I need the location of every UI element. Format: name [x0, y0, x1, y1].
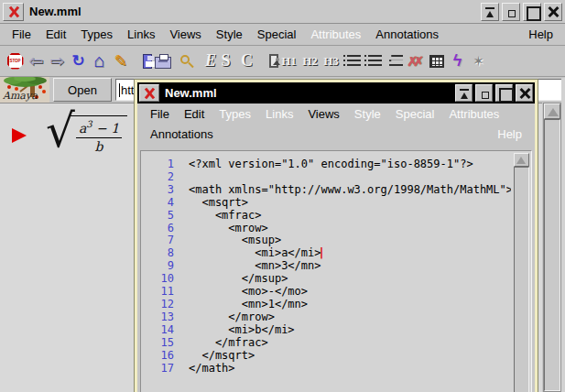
- menu-item[interactable]: Types: [73, 25, 120, 44]
- scroll-track[interactable]: [514, 167, 529, 392]
- iconify-button[interactable]: [502, 3, 520, 21]
- menu-item[interactable]: Style: [209, 25, 250, 44]
- menu-item-annotations[interactable]: Annotations: [143, 125, 221, 144]
- home-icon[interactable]: ⌂: [89, 49, 110, 74]
- pencil-icon[interactable]: ✎: [110, 49, 131, 74]
- line-number: 3: [141, 184, 174, 197]
- h1-icon[interactable]: H1: [278, 49, 299, 74]
- bullet-list-icon[interactable]: [342, 49, 363, 74]
- red-x-icon: [142, 87, 157, 100]
- shade-button[interactable]: [455, 84, 473, 102]
- menu-item[interactable]: Types: [212, 104, 258, 124]
- code-line[interactable]: 12 <mn>1</mn>: [141, 299, 511, 311]
- strong-icon[interactable]: S: [215, 49, 236, 74]
- code-line[interactable]: 15 </mfrac>: [141, 337, 511, 350]
- menu-item[interactable]: Special: [388, 104, 442, 124]
- menu-item-help[interactable]: Help: [490, 125, 529, 144]
- open-button[interactable]: Open: [53, 78, 112, 102]
- text-caret-icon: |: [319, 247, 325, 260]
- menu-item-help[interactable]: Help: [521, 25, 560, 44]
- back-icon[interactable]: ⇦: [26, 49, 47, 74]
- forward-icon[interactable]: ⇨: [47, 49, 68, 74]
- h2-icon[interactable]: H2: [299, 49, 321, 74]
- code-line[interactable]: 6 <mrow>: [141, 223, 511, 235]
- code-text: <mrow>: [189, 223, 268, 235]
- close-button[interactable]: [544, 3, 562, 21]
- numerator: a3 − 1: [76, 119, 122, 138]
- menu-item[interactable]: File: [143, 104, 177, 124]
- source-scrollbar[interactable]: [514, 153, 529, 392]
- image-icon[interactable]: [257, 49, 278, 74]
- base-b: b: [95, 139, 103, 154]
- amaya-app-icon[interactable]: [139, 84, 159, 102]
- save-icon[interactable]: [131, 49, 152, 74]
- menu-item[interactable]: Attributes: [303, 25, 368, 44]
- maximize-button[interactable]: [523, 3, 541, 21]
- amaya-logo-text: Amaya: [3, 90, 38, 102]
- code-text: </mrow>: [189, 311, 275, 324]
- code-line[interactable]: 11 <mo>-</mo>: [141, 286, 511, 299]
- menu-item[interactable]: Views: [300, 104, 346, 124]
- code-line[interactable]: 9 <mn>3</mn>: [141, 260, 511, 273]
- reload-icon[interactable]: ↻: [68, 49, 89, 74]
- h3-icon[interactable]: H3: [321, 49, 342, 74]
- menu-item[interactable]: Views: [162, 25, 208, 44]
- code-line[interactable]: 14 <mi>b</mi>: [141, 324, 511, 337]
- code-text: <mi>b</mi>: [189, 324, 295, 337]
- menu-item[interactable]: Special: [250, 25, 304, 44]
- menu-item[interactable]: File: [5, 25, 38, 44]
- code-line[interactable]: 3 <math xmlns="http://www.w3.org/1998/Ma…: [141, 184, 511, 197]
- code-line[interactable]: 5 <mfrac>: [141, 210, 511, 223]
- menu-item[interactable]: Links: [258, 104, 300, 124]
- source-window-title: New.mml: [165, 86, 450, 100]
- menu-item[interactable]: Links: [120, 25, 162, 44]
- base-a: a: [79, 121, 86, 136]
- code-line[interactable]: 16 </msqrt>: [141, 350, 511, 363]
- table-icon[interactable]: [426, 49, 447, 74]
- code-line[interactable]: 13 </mrow>: [141, 311, 511, 324]
- code-icon[interactable]: C: [236, 49, 257, 74]
- code-line[interactable]: 17 </math>: [141, 363, 511, 376]
- search-icon[interactable]: [173, 49, 194, 74]
- maximize-button[interactable]: [495, 84, 513, 102]
- menu-item[interactable]: Attributes: [441, 104, 506, 124]
- definition-list-icon[interactable]: [384, 49, 405, 74]
- menu-item[interactable]: Edit: [38, 25, 73, 44]
- code-line[interactable]: 10 </msup>: [141, 273, 511, 286]
- source-menu-row1: FileEditTypesLinksViewsStyleSpecialAttri…: [137, 103, 535, 124]
- background-sliver: [561, 78, 565, 392]
- main-scrollbar[interactable]: [543, 103, 561, 392]
- denominator: b: [95, 138, 103, 154]
- code-text: <mn>1</mn>: [189, 299, 308, 311]
- scroll-track[interactable]: [544, 119, 560, 391]
- link-icon[interactable]: ✶: [468, 49, 489, 74]
- code-line[interactable]: 7 <msup>: [141, 234, 511, 247]
- source-code-panel[interactable]: 1 <?xml version="1.0" encoding="iso-8859…: [140, 150, 532, 392]
- stop-icon[interactable]: STOP: [5, 49, 26, 74]
- code-line[interactable]: 1 <?xml version="1.0" encoding="iso-8859…: [141, 158, 511, 171]
- line-number: 15: [141, 337, 174, 350]
- menu-item[interactable]: Edit: [177, 104, 212, 124]
- close-button[interactable]: [516, 84, 533, 102]
- line-number: 17: [141, 363, 174, 376]
- scroll-up-icon[interactable]: [544, 103, 560, 119]
- line-number: 10: [141, 273, 174, 286]
- print-icon[interactable]: [152, 49, 173, 74]
- menu-item[interactable]: Annotations: [368, 25, 446, 44]
- code-line[interactable]: 2: [141, 171, 511, 184]
- shade-button[interactable]: [481, 3, 499, 21]
- code-text: </math>: [189, 363, 235, 376]
- numbered-list-icon[interactable]: [363, 49, 384, 74]
- delete-icon[interactable]: ✗✗: [405, 49, 426, 74]
- emphasis-icon[interactable]: E: [194, 49, 215, 74]
- iconify-button[interactable]: [475, 84, 493, 102]
- amaya-app-icon[interactable]: [3, 3, 24, 21]
- code-text: </mfrac>: [189, 337, 268, 350]
- code-line[interactable]: 8 <mi>a</mi> |: [141, 247, 511, 260]
- main-toolbar: STOP⇦⇨↻⌂✎ESCH1H2H3✗✗ϟ✶: [0, 46, 565, 77]
- scroll-up-icon[interactable]: [514, 153, 529, 167]
- math-icon[interactable]: ϟ: [447, 49, 468, 74]
- menu-item[interactable]: Style: [347, 104, 388, 124]
- main-titlebar: New.mml: [0, 0, 565, 24]
- code-line[interactable]: 4 <msqrt>: [141, 197, 511, 210]
